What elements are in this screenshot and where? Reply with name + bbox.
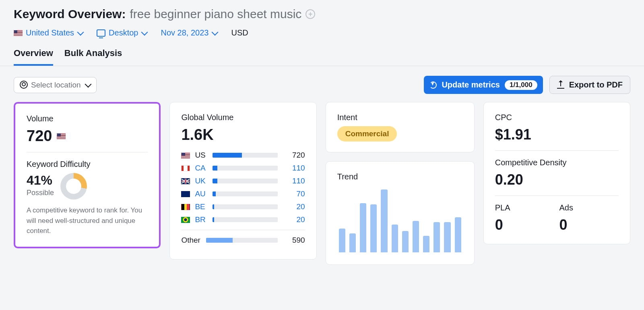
gv-bar [213, 179, 277, 183]
global-volume-row[interactable]: AU70 [181, 189, 305, 198]
chevron-down-icon [85, 81, 91, 87]
kd-donut-chart [60, 173, 87, 200]
gv-country-code: UK [195, 177, 208, 185]
gv-country-code: US [195, 151, 208, 160]
update-metrics-button[interactable]: Update metrics 1/1,000 [424, 76, 543, 94]
location-pin-icon [20, 81, 27, 89]
filter-row: United States Desktop Nov 28, 2023 USD [14, 28, 630, 37]
gv-other-label: Other [181, 236, 201, 245]
page-title-keyword: free beginner piano sheet music [130, 7, 301, 21]
cpc-title: CPC [495, 113, 619, 122]
refresh-icon [429, 81, 437, 89]
kd-description: A competitive keyword to rank for. You w… [27, 205, 148, 236]
kd-value: 41% [27, 173, 54, 188]
tab-overview[interactable]: Overview [14, 48, 53, 66]
tabs: Overview Bulk Analysis [0, 48, 644, 66]
global-volume-row: US720 [181, 151, 305, 160]
au-flag-icon [181, 191, 190, 197]
gv-value: 110 [283, 177, 305, 185]
trend-bar [433, 222, 440, 252]
global-volume-card: Global Volume 1.6K US720CA110UK110AU70BE… [169, 102, 316, 260]
date-label: Nov 28, 2023 [161, 28, 208, 37]
global-volume-value: 1.6K [181, 126, 305, 144]
gv-country-code: BR [195, 215, 208, 224]
cpc-card: CPC $1.91 Competitive Density 0.20 PLA 0… [483, 102, 630, 244]
global-volume-list: US720CA110UK110AU70BE20BR20 [181, 151, 305, 224]
intent-badge: Commercial [337, 126, 397, 141]
export-icon [557, 81, 564, 89]
ca-flag-icon [181, 165, 190, 171]
volume-card: Volume 720 Keyword Difficulty 41% Possib… [14, 102, 161, 248]
global-volume-title: Global Volume [181, 113, 305, 122]
trend-bar [339, 229, 345, 252]
chevron-down-icon [212, 29, 219, 35]
kd-title: Keyword Difficulty [27, 160, 148, 169]
gv-other-bar [206, 238, 277, 243]
select-location-button[interactable]: Select location [14, 77, 97, 93]
gv-country-code: AU [195, 189, 208, 198]
update-count-badge: 1/1,000 [505, 80, 537, 90]
country-label: United States [26, 28, 74, 37]
competitive-density-value: 0.20 [495, 171, 619, 188]
ads-title: Ads [559, 203, 619, 212]
gv-bar [213, 191, 277, 196]
update-metrics-label: Update metrics [442, 80, 500, 89]
global-volume-row[interactable]: CA110 [181, 164, 305, 173]
uk-flag-icon [181, 178, 190, 184]
pla-title: PLA [495, 203, 555, 212]
gv-bar [213, 204, 277, 209]
page-title-row: Keyword Overview: free beginner piano sh… [14, 7, 630, 21]
gv-bar [213, 166, 277, 171]
br-flag-icon [181, 217, 190, 223]
be-flag-icon [181, 204, 190, 210]
cpc-value: $1.91 [495, 126, 619, 143]
intent-title: Intent [337, 113, 463, 122]
trend-bar [423, 236, 429, 252]
kd-label: Possible [27, 189, 54, 197]
trend-bar [455, 217, 461, 252]
gv-value: 110 [283, 164, 305, 173]
volume-value: 720 [27, 127, 52, 145]
gv-bar [213, 153, 277, 158]
desktop-icon [97, 29, 105, 37]
device-label: Desktop [109, 28, 138, 37]
trend-bar [360, 203, 366, 252]
competitive-density-title: Competitive Density [495, 158, 619, 167]
trend-bar [370, 204, 377, 252]
trend-bar [392, 225, 398, 252]
device-selector[interactable]: Desktop [97, 28, 147, 37]
chevron-down-icon [141, 29, 148, 35]
us-flag-icon [181, 152, 190, 158]
gv-value: 20 [283, 215, 305, 224]
trend-bar [402, 231, 409, 252]
gv-value: 20 [283, 202, 305, 211]
chevron-down-icon [77, 29, 84, 35]
gv-bar [213, 217, 277, 222]
us-flag-icon [57, 133, 66, 139]
pla-block: PLA 0 [495, 203, 555, 233]
add-keyword-icon[interactable]: + [305, 9, 315, 19]
global-volume-row[interactable]: BR20 [181, 215, 305, 224]
currency-label: USD [231, 28, 248, 37]
gv-country-code: BE [195, 202, 208, 211]
global-volume-row[interactable]: BE20 [181, 202, 305, 211]
trend-bar [349, 233, 356, 252]
gv-value: 70 [283, 189, 305, 198]
export-label: Export to PDF [569, 80, 623, 89]
tab-bulk-analysis[interactable]: Bulk Analysis [64, 48, 122, 66]
trend-bar [413, 221, 419, 252]
select-location-label: Select location [31, 81, 81, 89]
gv-other-value: 590 [283, 236, 305, 245]
gv-country-code: CA [195, 164, 208, 173]
trend-title: Trend [337, 172, 463, 181]
trend-bar [444, 222, 450, 252]
intent-card: Intent Commercial [326, 102, 475, 152]
country-selector[interactable]: United States [14, 28, 83, 37]
ads-block: Ads 0 [559, 203, 619, 233]
pla-value: 0 [495, 216, 555, 233]
global-volume-row[interactable]: UK110 [181, 177, 305, 185]
ads-value: 0 [559, 216, 619, 233]
date-selector[interactable]: Nov 28, 2023 [161, 28, 217, 37]
volume-title: Volume [27, 114, 148, 123]
export-pdf-button[interactable]: Export to PDF [549, 76, 630, 94]
